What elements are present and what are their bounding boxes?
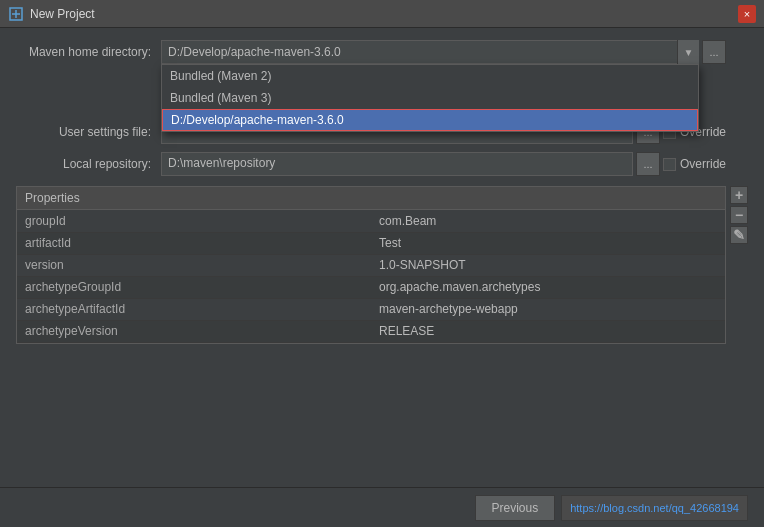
add-property-button[interactable]: + — [730, 186, 748, 204]
property-key: version — [17, 254, 371, 276]
property-value: org.apache.maven.archetypes — [371, 276, 725, 298]
title-bar-left: New Project — [8, 6, 95, 22]
table-row: archetypeArtifactIdmaven-archetype-webap… — [17, 298, 725, 320]
property-key: archetypeGroupId — [17, 276, 371, 298]
url-badge: https://blog.csdn.net/qq_42668194 — [561, 495, 748, 521]
remove-property-button[interactable]: − — [730, 206, 748, 224]
table-row: artifactIdTest — [17, 232, 725, 254]
properties-side-buttons: + − ✎ — [730, 186, 748, 244]
properties-section: Properties groupIdcom.BeamartifactIdTest… — [16, 186, 726, 344]
property-value: RELEASE — [371, 320, 725, 342]
table-row: groupIdcom.Beam — [17, 210, 725, 232]
local-repo-browse-button[interactable]: ... — [636, 152, 660, 176]
window-title: New Project — [30, 7, 95, 21]
close-button[interactable]: × — [738, 5, 756, 23]
maven-dropdown-menu: Bundled (Maven 2) Bundled (Maven 3) D:/D… — [161, 64, 699, 132]
property-key: archetypeArtifactId — [17, 298, 371, 320]
bottom-bar: Previous https://blog.csdn.net/qq_426681… — [0, 487, 764, 527]
dropdown-item-bundled2[interactable]: Bundled (Maven 2) — [162, 65, 698, 87]
local-repo-label: Local repository: — [16, 157, 161, 171]
maven-home-browse-button[interactable]: ... — [702, 40, 726, 64]
title-bar: New Project × — [0, 0, 764, 28]
maven-home-dropdown-container: D:/Develop/apache-maven-3.6.0 ▼ Bundled … — [161, 40, 699, 64]
maven-home-label: Maven home directory: — [16, 45, 161, 59]
maven-home-row: Maven home directory: D:/Develop/apache-… — [16, 40, 726, 64]
property-key: archetypeVersion — [17, 320, 371, 342]
dropdown-item-custom[interactable]: D:/Develop/apache-maven-3.6.0 — [162, 109, 698, 131]
dropdown-arrow-icon[interactable]: ▼ — [677, 40, 699, 64]
property-value: 1.0-SNAPSHOT — [371, 254, 725, 276]
property-value: Test — [371, 232, 725, 254]
local-repo-override-checkbox[interactable] — [663, 158, 676, 171]
local-repo-override-row: Override — [663, 157, 726, 171]
property-value: maven-archetype-webapp — [371, 298, 725, 320]
maven-home-value: D:/Develop/apache-maven-3.6.0 — [168, 45, 341, 59]
properties-header: Properties — [17, 187, 725, 210]
property-value: com.Beam — [371, 210, 725, 232]
main-content: Maven home directory: D:/Develop/apache-… — [0, 28, 764, 356]
dropdown-item-bundled3[interactable]: Bundled (Maven 3) — [162, 87, 698, 109]
table-row: archetypeVersionRELEASE — [17, 320, 725, 342]
properties-table: groupIdcom.BeamartifactIdTestversion1.0-… — [17, 210, 725, 343]
maven-home-dropdown[interactable]: D:/Develop/apache-maven-3.6.0 — [161, 40, 699, 64]
local-repo-override-label: Override — [680, 157, 726, 171]
local-repo-row: Local repository: D:\maven\repository ..… — [16, 152, 726, 176]
properties-wrapper: Properties groupIdcom.BeamartifactIdTest… — [16, 186, 726, 344]
property-key: artifactId — [17, 232, 371, 254]
local-repo-input[interactable]: D:\maven\repository — [161, 152, 633, 176]
table-row: version1.0-SNAPSHOT — [17, 254, 725, 276]
new-project-icon — [8, 6, 24, 22]
property-key: groupId — [17, 210, 371, 232]
previous-button[interactable]: Previous — [475, 495, 556, 521]
edit-property-button[interactable]: ✎ — [730, 226, 748, 244]
user-settings-label: User settings file: — [16, 125, 161, 139]
table-row: archetypeGroupIdorg.apache.maven.archety… — [17, 276, 725, 298]
